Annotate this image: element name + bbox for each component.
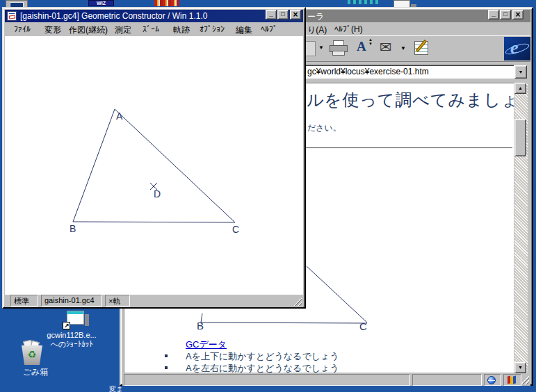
- shortcut-arrow-icon: ↗: [63, 322, 70, 329]
- gc-window: [gaishin-01.gc4] Geometric Constructor /…: [2, 7, 306, 309]
- bullet-icon: [165, 366, 168, 369]
- partial-wiz-icon[interactable]: WIZ: [88, 0, 114, 6]
- ie-logo: e: [504, 37, 530, 60]
- gc-menu-options[interactable]: ｵﾌﾟｼｮﾝ: [200, 24, 225, 34]
- partial-teal-dashes-icon: [348, 0, 380, 4]
- status-panel-main: [124, 374, 410, 386]
- minimize-button[interactable]: _: [488, 10, 499, 19]
- status-panel-msn: [503, 374, 521, 386]
- address-dropdown-button[interactable]: ▼: [514, 65, 527, 79]
- flag-icon: [507, 376, 517, 384]
- resize-grip[interactable]: [293, 297, 302, 306]
- gc-menu-construct[interactable]: 作図(継続): [69, 24, 108, 36]
- font-size-button[interactable]: A ▲ ▼: [355, 39, 374, 57]
- gc-menu-zoom[interactable]: ｽﾞｰﾑ: [143, 24, 159, 34]
- print-button[interactable]: [328, 40, 349, 57]
- status-panel-secondary: [412, 374, 482, 386]
- figure-label-b: B: [197, 320, 204, 332]
- gc-status-mode: 標準: [10, 295, 38, 307]
- bullet-item: Aを上下に動かすとどうなるでしょう: [186, 350, 339, 363]
- gc-window-title: [gaishin-01.gc4] Geometric Constructor /…: [20, 11, 207, 21]
- gc-statusbar: 標準 gaishin-01.gc4 ×軌: [5, 295, 303, 307]
- point-label-d[interactable]: D: [154, 188, 161, 199]
- scrollbar-thumb[interactable]: [514, 119, 526, 156]
- gc-menu-edit[interactable]: 編集: [236, 24, 252, 36]
- gc-app-icon: [7, 11, 17, 21]
- gc-menu-help[interactable]: ﾍﾙﾌﾟ: [261, 24, 277, 34]
- recycle-bin-label: ごみ箱: [11, 366, 60, 378]
- gc-menu-measure[interactable]: 測定: [115, 24, 131, 36]
- triangle-abc: [5, 36, 303, 295]
- bullet-item: Aを左右に動かすとどうなるでしょう: [186, 362, 339, 373]
- gc-titlebar[interactable]: [gaishin-01.gc4] Geometric Constructor /…: [5, 10, 303, 22]
- bullet-icon: [165, 354, 168, 357]
- desktop: WIZ ↗ gcwin112B.e... へのｼｮｰﾄｶｯﾄ ♻ ごみ箱 変ま …: [0, 0, 536, 392]
- partial-colorful-icon[interactable]: [154, 0, 179, 6]
- mail-button[interactable]: ✉ ▼: [380, 39, 407, 57]
- vertical-scrollbar[interactable]: ▲ ▼: [514, 83, 528, 373]
- close-button[interactable]: ×: [512, 10, 523, 19]
- scroll-up-button[interactable]: ▲: [514, 83, 526, 94]
- maximize-button[interactable]: □: [500, 10, 511, 19]
- gc-menu-transform[interactable]: 変形: [44, 24, 61, 36]
- recycle-bin-icon: ♻: [20, 345, 44, 365]
- shortcut-label-line1: gcwin112B.e...: [42, 331, 101, 339]
- maximize-button[interactable]: □: [277, 10, 289, 19]
- gc-data-link[interactable]: GCデータ: [186, 338, 227, 351]
- gc-status-locus: ×軌: [105, 295, 130, 307]
- gc-menu-file[interactable]: ﾌｧｲﾙ: [14, 24, 31, 34]
- recycle-bin[interactable]: ♻ ごみ箱: [11, 341, 60, 377]
- bottom-cutoff-fragment: 変ま: [109, 386, 151, 392]
- browser-statusbar: [122, 374, 530, 386]
- point-label-a[interactable]: A: [116, 111, 122, 122]
- point-label-b[interactable]: B: [70, 223, 76, 234]
- minimize-button[interactable]: _: [266, 10, 277, 19]
- edit-button[interactable]: [413, 40, 432, 56]
- resize-grip[interactable]: [521, 376, 529, 384]
- browser-title: ーラ: [307, 11, 324, 22]
- globe-icon: [487, 376, 496, 384]
- close-button[interactable]: ×: [290, 10, 301, 19]
- status-panel-zone: [484, 374, 501, 386]
- dropdown-caret-icon[interactable]: ▼: [318, 44, 324, 51]
- scroll-down-button[interactable]: ▼: [514, 362, 526, 373]
- figure-label-c: C: [359, 320, 367, 332]
- menu-favorites-fragment[interactable]: り(A): [307, 24, 327, 36]
- gc-canvas[interactable]: A B C D: [5, 36, 303, 295]
- dropdown-caret-icon: ▼: [400, 45, 406, 51]
- point-label-c[interactable]: C: [232, 224, 239, 235]
- gc-menu-locus[interactable]: 軌跡: [173, 24, 190, 36]
- menu-help[interactable]: ﾍﾙﾌﾟ(H): [334, 24, 363, 34]
- gc-menubar: ﾌｧｲﾙ 変形 作図(継続) 測定 ｽﾞｰﾑ 軌跡 ｵﾌﾟｼｮﾝ 編集 ﾍﾙﾌﾟ: [5, 24, 303, 35]
- gc-status-filename: gaishin-01.gc4: [41, 295, 102, 307]
